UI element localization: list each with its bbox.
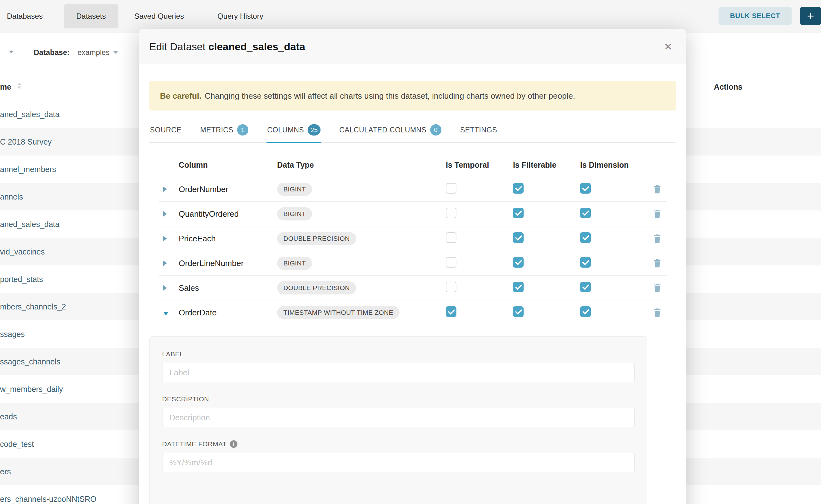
expand-caret-icon[interactable] <box>163 260 167 266</box>
info-icon: i <box>230 440 237 448</box>
nav-tab-databases[interactable]: Databases <box>7 0 43 32</box>
columns-table: Column Data Type Is Temporal Is Filterab… <box>159 153 667 325</box>
description-field-label: DESCRIPTION <box>162 395 635 403</box>
add-dataset-button[interactable]: + <box>800 7 821 25</box>
expand-caret-icon[interactable] <box>163 236 167 241</box>
dataset-link[interactable]: w_members_daily <box>0 385 63 394</box>
column-row-ordernumber: OrderNumber BIGINT <box>159 177 667 202</box>
columns-table-header: Column Data Type Is Temporal Is Filterab… <box>159 153 667 177</box>
top-nav: Databases Datasets Saved Queries Query H… <box>0 0 821 32</box>
dataset-link[interactable]: ssages <box>0 330 25 339</box>
dataset-link[interactable]: ers <box>0 467 11 476</box>
modal-tabs: SOURCE METRICS 1 COLUMNS 25 CALCULATED C… <box>149 119 676 143</box>
trash-icon[interactable] <box>653 185 662 194</box>
bulk-select-button[interactable]: BULK SELECT <box>719 7 792 25</box>
is-temporal-checkbox[interactable] <box>446 208 457 218</box>
collapse-caret-icon[interactable] <box>163 312 169 315</box>
data-type-pill: DOUBLE PRECISION <box>277 281 356 294</box>
dataset-link[interactable]: eads <box>0 412 17 421</box>
column-name: OrderLineNumber <box>179 259 277 268</box>
tab-source[interactable]: SOURCE <box>149 119 182 142</box>
is-temporal-checkbox[interactable] <box>446 282 457 292</box>
expand-caret-icon[interactable] <box>163 186 167 192</box>
is-filterable-checkbox[interactable] <box>513 306 524 317</box>
datetime-format-input[interactable] <box>162 453 635 472</box>
modal-title-dataset-name: cleaned_sales_data <box>208 41 305 52</box>
is-filterable-checkbox[interactable] <box>513 282 524 292</box>
is-dimension-checkbox[interactable] <box>580 282 591 292</box>
tab-label: CALCULATED COLUMNS <box>339 126 427 134</box>
dataset-link[interactable]: vid_vaccines <box>0 247 45 256</box>
is-filterable-checkbox[interactable] <box>513 232 524 243</box>
is-dimension-checkbox[interactable] <box>580 183 591 194</box>
tab-metrics[interactable]: METRICS 1 <box>200 119 249 142</box>
trash-icon[interactable] <box>653 234 662 243</box>
modal-body: Be careful. Changing these settings will… <box>139 81 686 504</box>
column-detail-panel: LABEL DESCRIPTION DATETIME FORMAT i <box>149 336 647 504</box>
name-column-header[interactable]: me <box>0 82 11 91</box>
dataset-link[interactable]: ssages_channels <box>0 357 60 366</box>
tab-label: SETTINGS <box>460 126 497 134</box>
column-name: OrderDate <box>179 308 277 318</box>
close-icon[interactable]: ✕ <box>664 41 672 53</box>
is-dimension-checkbox[interactable] <box>580 208 591 218</box>
is-temporal-checkbox[interactable] <box>446 306 457 317</box>
dataset-link[interactable]: ers_channels-uzooNNtSRO <box>0 495 96 504</box>
data-type-pill: BIGINT <box>277 257 312 270</box>
expand-caret-icon[interactable] <box>163 211 167 217</box>
trash-icon[interactable] <box>653 283 662 293</box>
database-caret-icon[interactable] <box>113 51 118 54</box>
trash-icon[interactable] <box>653 209 662 219</box>
column-row-sales: Sales DOUBLE PRECISION <box>159 276 667 300</box>
dataset-link[interactable]: ported_stats <box>0 275 43 284</box>
is-filterable-header: Is Filterable <box>513 161 580 170</box>
label-input[interactable] <box>162 363 635 382</box>
tab-label: METRICS <box>200 126 233 134</box>
warning-banner: Be careful. Changing these settings will… <box>149 81 676 111</box>
is-dimension-checkbox[interactable] <box>580 257 591 268</box>
column-row-orderdate: OrderDate TIMESTAMP WITHOUT TIME ZONE <box>159 300 667 325</box>
tab-columns[interactable]: COLUMNS 25 <box>266 119 321 142</box>
trash-icon[interactable] <box>653 259 662 268</box>
dataset-link[interactable]: annels <box>0 192 23 201</box>
is-filterable-checkbox[interactable] <box>513 183 524 194</box>
column-name: Sales <box>179 283 277 293</box>
dataset-link[interactable]: C 2018 Survey <box>0 137 52 146</box>
expand-caret-icon[interactable] <box>163 285 167 291</box>
column-row-orderlinenumber: OrderLineNumber BIGINT <box>159 251 667 276</box>
is-temporal-checkbox[interactable] <box>446 232 457 243</box>
tab-settings[interactable]: SETTINGS <box>460 119 498 142</box>
datetime-format-label-text: DATETIME FORMAT <box>162 440 227 448</box>
data-type-pill: TIMESTAMP WITHOUT TIME ZONE <box>277 306 399 319</box>
modal-header: Edit Dataset cleaned_sales_data ✕ <box>139 29 686 64</box>
dataset-link[interactable]: code_test <box>0 440 34 449</box>
sort-icon[interactable] <box>17 83 21 89</box>
is-dimension-checkbox[interactable] <box>580 306 591 317</box>
tab-label: COLUMNS <box>267 126 304 134</box>
description-input[interactable] <box>162 408 635 427</box>
tab-calculated-columns[interactable]: CALCULATED COLUMNS 0 <box>339 119 442 142</box>
is-temporal-checkbox[interactable] <box>446 257 457 268</box>
trash-icon[interactable] <box>653 308 662 317</box>
column-name: OrderNumber <box>179 185 277 194</box>
is-dimension-checkbox[interactable] <box>580 232 591 243</box>
database-filter-value[interactable]: examples <box>77 48 110 57</box>
is-filterable-checkbox[interactable] <box>513 208 524 218</box>
tab-badge: 25 <box>308 124 320 136</box>
nav-tab-query-history[interactable]: Query History <box>217 0 263 32</box>
modal-title: Edit Dataset cleaned_sales_data <box>149 41 305 53</box>
dataset-link[interactable]: annel_members <box>0 165 56 174</box>
nav-tab-saved-queries[interactable]: Saved Queries <box>134 0 184 32</box>
is-temporal-checkbox[interactable] <box>446 183 457 194</box>
is-filterable-checkbox[interactable] <box>513 257 524 268</box>
plus-icon: + <box>807 10 814 22</box>
dataset-link[interactable]: aned_sales_data <box>0 220 59 229</box>
nav-tab-datasets[interactable]: Datasets <box>64 4 118 28</box>
label-field-label: LABEL <box>162 350 635 358</box>
filter-caret-icon[interactable] <box>9 51 14 53</box>
app-screen: me Actions aned_sales_data C 2018 Survey… <box>0 0 821 504</box>
dataset-link[interactable]: aned_sales_data <box>0 110 59 119</box>
dataset-link[interactable]: mbers_channels_2 <box>0 302 66 311</box>
actions-column-header: Actions <box>714 82 743 91</box>
data-type-pill: DOUBLE PRECISION <box>277 232 356 245</box>
